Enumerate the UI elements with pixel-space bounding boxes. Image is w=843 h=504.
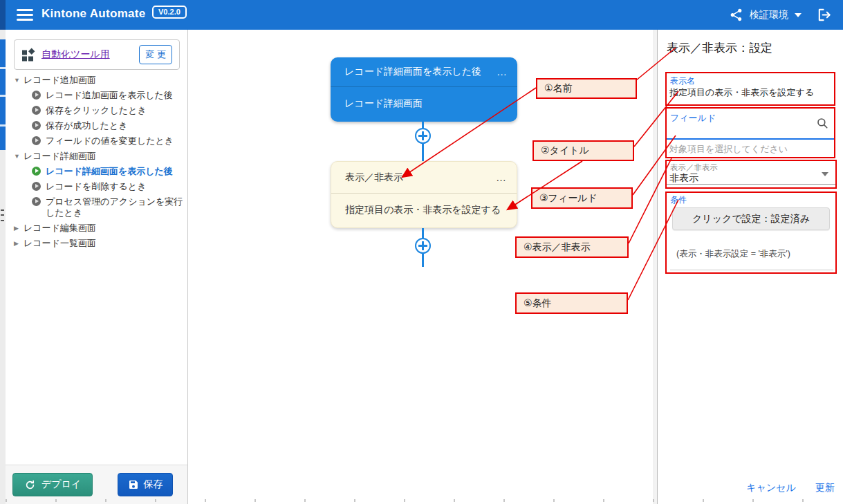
annotation-visibility: ④表示／非表示 — [515, 236, 629, 258]
tree-item-save-success[interactable]: 保存が成功したとき — [6, 118, 187, 133]
hamburger-menu-icon[interactable] — [17, 8, 33, 21]
condition-section: 条件 クリックで設定：設定済み (表示・非表示設定 = '非表示') — [665, 192, 837, 274]
panel-title: 表示／非表示：設定 — [667, 40, 772, 56]
sync-icon — [24, 479, 36, 491]
tree-item-save-clicked[interactable]: 保存をクリックしたとき — [6, 103, 187, 118]
caret-down-icon[interactable]: ▼ — [14, 151, 24, 162]
caret-down-icon[interactable]: ▼ — [14, 75, 24, 86]
condition-label: 条件 — [670, 194, 687, 206]
tree-item-detail-shown[interactable]: レコード詳細画面を表示した後 — [6, 164, 187, 179]
tree-group-record-list[interactable]: ▶ レコード一覧画面 — [6, 236, 187, 251]
update-button[interactable]: 更新 — [815, 482, 835, 494]
condition-expression: (表示・非表示設定 = '非表示') — [676, 248, 790, 260]
event-play-icon — [32, 91, 41, 100]
save-button[interactable]: 保存 — [118, 473, 173, 496]
top-header: Kintone Automate V0.2.0 検証環境 — [6, 0, 843, 30]
app-name-link[interactable]: 自動化ツール用 — [41, 48, 133, 61]
display-name-input[interactable] — [669, 87, 833, 97]
action-node[interactable]: 表示／非表示 … 指定項目の表示・非表示を設定する — [331, 161, 517, 228]
event-play-icon — [32, 182, 41, 191]
cancel-button[interactable]: キャンセル — [746, 482, 796, 494]
sidebar-footer: デプロイ 保存 — [6, 465, 187, 504]
display-name-label: 表示名 — [670, 75, 695, 87]
add-step-plus-icon[interactable] — [415, 238, 431, 254]
event-play-icon — [32, 136, 41, 145]
annotation-field: ③フィールド — [531, 187, 633, 209]
field-placeholder: 対象項目を選択してください — [669, 143, 788, 156]
dropdown-arrow-icon[interactable] — [822, 172, 828, 176]
tree-item-record-delete[interactable]: レコードを削除するとき — [6, 179, 187, 194]
field-search-input[interactable] — [669, 125, 813, 138]
event-play-icon — [32, 167, 41, 176]
change-app-button[interactable]: 変 更 — [139, 45, 172, 64]
edge-strip-header-segment — [0, 0, 6, 30]
trigger-node-subtitle: レコード詳細画面 — [331, 87, 517, 120]
event-play-icon — [32, 121, 41, 130]
action-node-title: 表示／非表示 — [345, 171, 494, 184]
environment-selector[interactable]: 検証環境 — [729, 0, 802, 30]
action-node-subtitle: 指定項目の表示・非表示を設定する — [331, 194, 517, 227]
sidebar: 自動化ツール用 変 更 ▼ レコード追加画面 レコード追加画面を表示した後 保存… — [6, 30, 188, 504]
search-icon[interactable] — [816, 117, 828, 129]
logout-icon[interactable] — [817, 7, 833, 24]
deploy-button[interactable]: デプロイ — [12, 473, 93, 496]
bottom-ruler-ticks — [6, 499, 843, 502]
tree-group-record-edit[interactable]: ▶ レコード編集画面 — [6, 221, 187, 236]
app-root: Kintone Automate V0.2.0 検証環境 自動化ツール用 変 更… — [0, 0, 843, 504]
add-step-plus-icon[interactable] — [415, 128, 431, 144]
display-name-field: 表示名 — [665, 72, 835, 106]
version-badge: V0.2.0 — [152, 6, 187, 19]
tree-group-record-detail[interactable]: ▼ レコード詳細画面 — [6, 149, 187, 164]
event-play-icon — [32, 197, 41, 206]
annotation-title: ②タイトル — [532, 140, 634, 161]
annotation-name: ①名前 — [536, 78, 637, 99]
environment-label: 検証環境 — [750, 9, 788, 21]
tree-group-record-add[interactable]: ▼ レコード追加画面 — [6, 73, 187, 88]
annotation-condition: ⑤条件 — [515, 292, 628, 314]
field-input-underline — [667, 138, 834, 140]
condition-set-button[interactable]: クリックで設定：設定済み — [672, 207, 830, 230]
field-selector: フィールド 対象項目を選択してください — [665, 107, 835, 158]
tree-item-field-changed[interactable]: フィールドの値を変更したとき — [6, 133, 187, 149]
visibility-select[interactable]: 表示／非表示 非表示 — [665, 160, 837, 189]
trigger-node[interactable]: レコード詳細画面を表示した後 … レコード詳細画面 — [331, 57, 517, 122]
tree-item-add-shown[interactable]: レコード追加画面を表示した後 — [6, 88, 187, 103]
visibility-value: 非表示 — [669, 172, 698, 185]
save-disk-icon — [128, 479, 139, 490]
event-tree: ▼ レコード追加画面 レコード追加画面を表示した後 保存をクリックしたとき 保存… — [6, 73, 187, 251]
visibility-label: 表示／非表示 — [670, 162, 718, 173]
tree-item-process-action[interactable]: プロセス管理のアクションを実行したとき — [6, 194, 187, 221]
chevron-down-icon[interactable] — [795, 13, 802, 17]
app-selector-box: 自動化ツール用 変 更 — [14, 39, 180, 70]
node-menu-icon[interactable]: … — [495, 68, 509, 75]
app-title: Kintone Automate — [41, 7, 146, 21]
caret-right-icon[interactable]: ▶ — [14, 238, 24, 249]
caret-right-icon[interactable]: ▶ — [14, 223, 24, 234]
field-label: フィールド — [670, 112, 716, 124]
node-menu-icon[interactable]: … — [494, 174, 508, 181]
share-icon[interactable] — [729, 8, 743, 22]
trigger-node-title: レコード詳細画面を表示した後 — [344, 66, 495, 78]
app-icon — [21, 48, 35, 62]
window-edge-strip — [0, 0, 6, 504]
event-play-icon — [32, 106, 41, 115]
